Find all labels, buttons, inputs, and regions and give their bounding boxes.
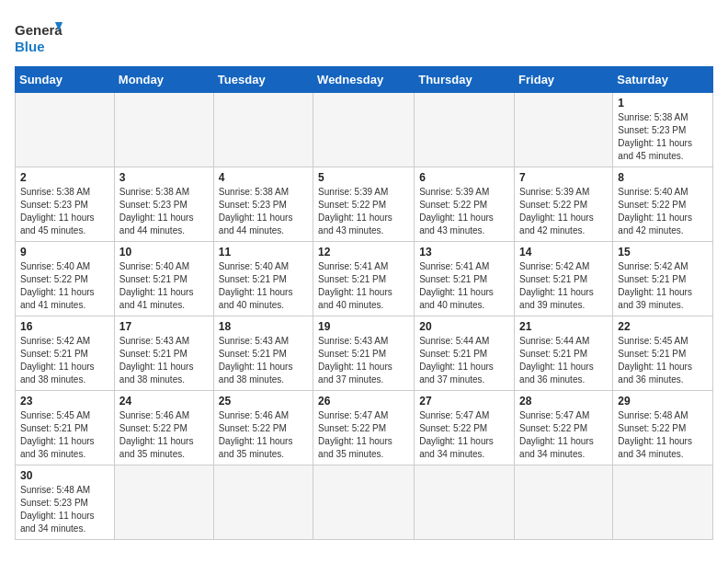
- day-number: 14: [519, 246, 608, 259]
- calendar-cell: 3Sunrise: 5:38 AM Sunset: 5:23 PM Daylig…: [114, 167, 213, 242]
- day-info: Sunrise: 5:46 AM Sunset: 5:22 PM Dayligh…: [219, 409, 308, 461]
- day-info: Sunrise: 5:42 AM Sunset: 5:21 PM Dayligh…: [519, 260, 608, 312]
- day-number: 22: [618, 320, 708, 333]
- calendar-cell: 28Sunrise: 5:47 AM Sunset: 5:22 PM Dayli…: [515, 391, 613, 465]
- calendar-cell: 16Sunrise: 5:42 AM Sunset: 5:21 PM Dayli…: [16, 316, 115, 391]
- day-number: 11: [219, 246, 308, 259]
- day-number: 6: [419, 171, 509, 184]
- calendar-cell: [515, 93, 613, 167]
- day-number: 9: [20, 246, 109, 259]
- calendar-cell: [213, 93, 313, 167]
- day-info: Sunrise: 5:38 AM Sunset: 5:23 PM Dayligh…: [219, 186, 308, 237]
- day-number: 21: [519, 320, 608, 333]
- day-number: 20: [419, 320, 509, 333]
- day-info: Sunrise: 5:47 AM Sunset: 5:22 PM Dayligh…: [318, 409, 409, 461]
- calendar-cell: 17Sunrise: 5:43 AM Sunset: 5:21 PM Dayli…: [114, 316, 213, 391]
- day-info: Sunrise: 5:43 AM Sunset: 5:21 PM Dayligh…: [318, 335, 409, 386]
- day-number: 15: [618, 246, 708, 259]
- day-info: Sunrise: 5:48 AM Sunset: 5:23 PM Dayligh…: [20, 484, 109, 535]
- calendar-cell: [613, 465, 713, 540]
- calendar-cell: [213, 465, 313, 540]
- day-number: 28: [519, 395, 608, 408]
- day-info: Sunrise: 5:39 AM Sunset: 5:22 PM Dayligh…: [519, 186, 608, 237]
- day-number: 7: [519, 171, 608, 184]
- calendar-cell: 27Sunrise: 5:47 AM Sunset: 5:22 PM Dayli…: [415, 391, 515, 465]
- day-number: 27: [419, 395, 509, 408]
- calendar-cell: [313, 93, 415, 167]
- calendar-cell: 12Sunrise: 5:41 AM Sunset: 5:21 PM Dayli…: [313, 242, 415, 316]
- day-info: Sunrise: 5:47 AM Sunset: 5:22 PM Dayligh…: [419, 409, 509, 461]
- day-info: Sunrise: 5:40 AM Sunset: 5:21 PM Dayligh…: [219, 260, 308, 312]
- weekday-header-sunday: Sunday: [16, 67, 115, 93]
- day-info: Sunrise: 5:43 AM Sunset: 5:21 PM Dayligh…: [219, 335, 308, 386]
- calendar-cell: [515, 465, 613, 540]
- day-info: Sunrise: 5:42 AM Sunset: 5:21 PM Dayligh…: [618, 260, 708, 312]
- day-number: 30: [20, 469, 109, 482]
- day-number: 29: [618, 395, 708, 408]
- calendar-cell: 15Sunrise: 5:42 AM Sunset: 5:21 PM Dayli…: [613, 242, 713, 316]
- calendar-cell: 4Sunrise: 5:38 AM Sunset: 5:23 PM Daylig…: [213, 167, 313, 242]
- day-number: 12: [318, 246, 409, 259]
- weekday-header-thursday: Thursday: [415, 67, 515, 93]
- calendar-cell: 11Sunrise: 5:40 AM Sunset: 5:21 PM Dayli…: [213, 242, 313, 316]
- calendar-cell: [415, 93, 515, 167]
- calendar-cell: 23Sunrise: 5:45 AM Sunset: 5:21 PM Dayli…: [16, 391, 115, 465]
- day-info: Sunrise: 5:41 AM Sunset: 5:21 PM Dayligh…: [419, 260, 509, 312]
- calendar-cell: 5Sunrise: 5:39 AM Sunset: 5:22 PM Daylig…: [313, 167, 415, 242]
- calendar-cell: 18Sunrise: 5:43 AM Sunset: 5:21 PM Dayli…: [213, 316, 313, 391]
- weekday-header-wednesday: Wednesday: [313, 67, 415, 93]
- day-number: 24: [119, 395, 209, 408]
- day-info: Sunrise: 5:38 AM Sunset: 5:23 PM Dayligh…: [119, 186, 209, 237]
- calendar-cell: [16, 93, 115, 167]
- calendar-cell: 13Sunrise: 5:41 AM Sunset: 5:21 PM Dayli…: [415, 242, 515, 316]
- day-number: 23: [20, 395, 109, 408]
- calendar-cell: 8Sunrise: 5:40 AM Sunset: 5:22 PM Daylig…: [613, 167, 713, 242]
- weekday-header-saturday: Saturday: [613, 67, 713, 93]
- day-number: 26: [318, 395, 409, 408]
- calendar-cell: 21Sunrise: 5:44 AM Sunset: 5:21 PM Dayli…: [515, 316, 613, 391]
- day-info: Sunrise: 5:47 AM Sunset: 5:22 PM Dayligh…: [519, 409, 608, 461]
- day-info: Sunrise: 5:38 AM Sunset: 5:23 PM Dayligh…: [20, 186, 109, 237]
- svg-text:General: General: [15, 22, 63, 38]
- calendar-cell: 29Sunrise: 5:48 AM Sunset: 5:22 PM Dayli…: [613, 391, 713, 465]
- day-info: Sunrise: 5:44 AM Sunset: 5:21 PM Dayligh…: [419, 335, 509, 386]
- calendar-cell: [114, 465, 213, 540]
- day-number: 1: [618, 97, 708, 109]
- calendar-table: SundayMondayTuesdayWednesdayThursdayFrid…: [15, 66, 713, 540]
- day-info: Sunrise: 5:40 AM Sunset: 5:21 PM Dayligh…: [119, 260, 209, 312]
- day-number: 8: [618, 171, 708, 184]
- logo-svg: General Blue: [15, 18, 63, 59]
- day-info: Sunrise: 5:40 AM Sunset: 5:22 PM Dayligh…: [618, 186, 708, 237]
- day-info: Sunrise: 5:41 AM Sunset: 5:21 PM Dayligh…: [318, 260, 409, 312]
- day-number: 19: [318, 320, 409, 333]
- weekday-header-monday: Monday: [114, 67, 213, 93]
- calendar-cell: 10Sunrise: 5:40 AM Sunset: 5:21 PM Dayli…: [114, 242, 213, 316]
- calendar-cell: [415, 465, 515, 540]
- calendar-cell: 30Sunrise: 5:48 AM Sunset: 5:23 PM Dayli…: [16, 465, 115, 540]
- day-number: 18: [219, 320, 308, 333]
- day-number: 4: [219, 171, 308, 184]
- day-info: Sunrise: 5:45 AM Sunset: 5:21 PM Dayligh…: [618, 335, 708, 386]
- calendar-cell: 22Sunrise: 5:45 AM Sunset: 5:21 PM Dayli…: [613, 316, 713, 391]
- day-number: 13: [419, 246, 509, 259]
- logo: General Blue: [15, 18, 63, 59]
- day-info: Sunrise: 5:46 AM Sunset: 5:22 PM Dayligh…: [119, 409, 209, 461]
- day-number: 16: [20, 320, 109, 333]
- calendar-cell: 9Sunrise: 5:40 AM Sunset: 5:22 PM Daylig…: [16, 242, 115, 316]
- calendar-cell: 25Sunrise: 5:46 AM Sunset: 5:22 PM Dayli…: [213, 391, 313, 465]
- day-info: Sunrise: 5:42 AM Sunset: 5:21 PM Dayligh…: [20, 335, 109, 386]
- calendar-cell: 26Sunrise: 5:47 AM Sunset: 5:22 PM Dayli…: [313, 391, 415, 465]
- weekday-header-friday: Friday: [515, 67, 613, 93]
- day-number: 17: [119, 320, 209, 333]
- calendar-cell: 14Sunrise: 5:42 AM Sunset: 5:21 PM Dayli…: [515, 242, 613, 316]
- svg-text:Blue: Blue: [15, 39, 45, 54]
- day-number: 5: [318, 171, 409, 184]
- day-info: Sunrise: 5:39 AM Sunset: 5:22 PM Dayligh…: [318, 186, 409, 237]
- day-info: Sunrise: 5:44 AM Sunset: 5:21 PM Dayligh…: [519, 335, 608, 386]
- day-info: Sunrise: 5:40 AM Sunset: 5:22 PM Dayligh…: [20, 260, 109, 312]
- day-info: Sunrise: 5:48 AM Sunset: 5:22 PM Dayligh…: [618, 409, 708, 461]
- calendar-cell: [114, 93, 213, 167]
- calendar-cell: 20Sunrise: 5:44 AM Sunset: 5:21 PM Dayli…: [415, 316, 515, 391]
- calendar-cell: 2Sunrise: 5:38 AM Sunset: 5:23 PM Daylig…: [16, 167, 115, 242]
- calendar-cell: 7Sunrise: 5:39 AM Sunset: 5:22 PM Daylig…: [515, 167, 613, 242]
